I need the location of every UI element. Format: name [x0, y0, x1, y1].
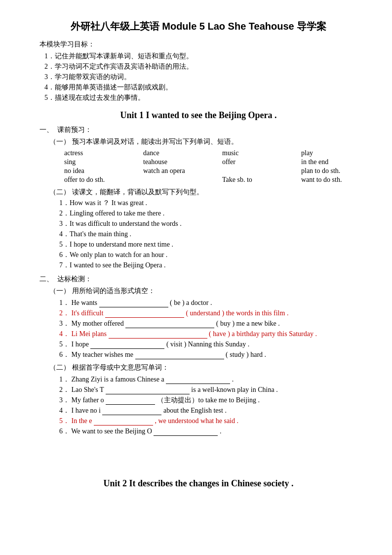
wf4-blank	[102, 407, 161, 415]
fill-3-pre: My mother offered	[72, 320, 126, 327]
vocab-noidea: no idea	[64, 167, 143, 175]
vocab-plansth: plan to do sth.	[301, 167, 380, 175]
wf5-pre: In the e	[72, 417, 92, 425]
sub2-label: （二）	[49, 188, 70, 196]
wf6-post: .	[220, 427, 222, 435]
sentence-5: I hope to understand more next time .	[59, 240, 357, 249]
page-title: 外研社八年级上英语 Module 5 Lao She Teahouse 导学案	[39, 20, 357, 33]
fill-6: My teacher wishes me ( study ) hard .	[59, 350, 357, 359]
page-container: 外研社八年级上英语 Module 5 Lao She Teahouse 导学案 …	[39, 20, 357, 489]
wf2-post: is a well-known play in China .	[191, 386, 277, 393]
section2-label: 二、	[39, 275, 57, 284]
word-fill-1: Zhang Ziyi is a famous Chinese a .	[59, 375, 357, 384]
section1-title: 课前预习：	[57, 126, 92, 134]
part1-section: （一） 用所给词的适当形式填空： He wants ( be ) a docto…	[39, 287, 357, 359]
vocab-teahouse: teahouse	[143, 158, 222, 166]
objectives-section: 本模块学习目标： 记住并能默写本课新单词、短语和重点句型。 学习动词不定式作宾语…	[39, 40, 357, 102]
sub1-label: （一）	[49, 138, 70, 145]
vocab-music: music	[222, 149, 301, 157]
sub1-section: （一） 预习本课单词及对话，能读出并写出下列单词、短语。 actress dan…	[39, 137, 357, 184]
vocab-grid: actress dance music play sing teahouse o…	[59, 149, 357, 184]
wf3-post: （主动提出）to take me to Beijing .	[157, 396, 260, 404]
fill-2: It's difficult ( understand ) the words …	[59, 309, 357, 318]
objectives-header: 本模块学习目标：	[39, 40, 357, 49]
wf4-post: about the English test .	[163, 407, 227, 414]
part1-content: 用所给词的适当形式填空：	[72, 287, 155, 295]
wf1-post: .	[232, 376, 234, 383]
objective-4: 能够用简单英语描述一部话剧或戏剧。	[44, 83, 357, 92]
wf6-blank	[154, 427, 218, 436]
fill-1-blank	[99, 299, 168, 307]
vocab-play: play	[301, 149, 380, 157]
fill-3-post: ( buy ) me a new bike .	[216, 320, 280, 327]
vocab-takesb: Take sb. to	[222, 176, 301, 184]
word-fill-4: I have no i about the English test .	[59, 406, 357, 415]
fill-blanks-list: He wants ( be ) a doctor . It's difficul…	[49, 299, 357, 359]
fill-2-post: ( understand ) the words in this film .	[186, 309, 288, 317]
fill-1-pre: He wants	[72, 299, 99, 306]
part1-label: （一）	[49, 287, 70, 295]
objectives-list: 记住并能默写本课新单词、短语和重点句型。 学习动词不定式作宾语及宾语补助语的用法…	[39, 52, 357, 102]
wf2-pre: Lao She's T	[72, 386, 104, 393]
wf2-blank	[106, 386, 190, 394]
vocab-intheend: in the end	[301, 158, 380, 166]
part2-section: （二） 根据首字母或中文意思写单词： Zhang Ziyi is a famou…	[39, 363, 357, 436]
fill-4: Li Mei plans ( have ) a birthday party t…	[59, 330, 357, 339]
section1-block: 一、 课前预习： （一） 预习本课单词及对话，能读出并写出下列单词、短语。 ac…	[39, 126, 357, 270]
fill-6-blank	[135, 351, 224, 359]
vocab-offersth: offer to do sth.	[64, 176, 143, 184]
wf1-blank	[166, 376, 230, 384]
objective-1: 记住并能默写本课新单词、短语和重点句型。	[44, 52, 357, 61]
wf5-post: , we understood what he said .	[155, 417, 238, 425]
section2-block: 二、 达标检测： （一） 用所给词的适当形式填空： He wants ( be …	[39, 275, 357, 436]
sentence-7: I wanted to see the Beijing Opera .	[59, 261, 357, 270]
sentence-1: How was it ？ It was great .	[59, 199, 357, 208]
part2-label: （二）	[49, 364, 70, 371]
wf1-pre: Zhang Ziyi is a famous Chinese a	[72, 376, 164, 383]
sentence-4: That's the main thing .	[59, 230, 357, 239]
sub1-content: 预习本课单词及对话，能读出并写出下列单词、短语。	[72, 138, 238, 145]
fill-1-post: ( be ) a doctor .	[170, 299, 212, 306]
fill-5-post: ( visit ) Nanning this Sunday .	[166, 341, 249, 348]
section1-label: 一、	[39, 126, 57, 134]
wf6-pre: We want to see the Beijing O	[71, 427, 152, 435]
unit2-title: Unit 2 It describes the changes in Chine…	[39, 478, 357, 489]
vocab-sing: sing	[64, 158, 143, 166]
fill-5-pre: I hope	[72, 341, 91, 348]
wf5-blank	[94, 417, 153, 426]
fill-5-blank	[90, 341, 164, 349]
sentence-6: We only plan to watch for an hour .	[59, 251, 357, 259]
sentence-3: It was difficult to understand the words…	[59, 219, 357, 228]
sentence-2: Lingling offered to take me there .	[59, 209, 357, 218]
wf4-pre: I have no i	[72, 407, 101, 414]
fill-4-pre: Li Mei plans	[72, 330, 109, 338]
sub2-content: 读课文，能翻译，背诵以及默写下列句型。	[72, 188, 203, 196]
word-fill-3: My father o （主动提出）to take me to Beijing …	[59, 396, 357, 405]
objective-2: 学习动词不定式作宾语及宾语补助语的用法。	[44, 62, 357, 71]
wf3-blank	[106, 396, 155, 405]
fill-3-blank	[125, 320, 214, 328]
fill-6-pre: My teacher wishes me	[72, 351, 135, 358]
wf3-pre: My father o	[72, 396, 104, 404]
sub2-section: （二） 读课文，能翻译，背诵以及默写下列句型。 How was it ？ It …	[39, 188, 357, 270]
part2-content: 根据首字母或中文意思写单词：	[72, 364, 169, 371]
word-fill-5: In the e , we understood what he said .	[59, 417, 357, 426]
vocab-watchopera: watch an opera	[143, 167, 222, 175]
vocab-empty1	[222, 167, 301, 175]
vocab-wantsth: want to do sth.	[301, 176, 380, 184]
word-fill-list: Zhang Ziyi is a famous Chinese a . Lao S…	[49, 375, 357, 436]
vocab-empty2	[143, 176, 222, 184]
fill-4-blank	[109, 330, 207, 339]
objective-3: 学习能带双宾语的动词。	[44, 73, 357, 82]
word-fill-6: We want to see the Beijing O .	[59, 427, 357, 436]
fill-4-post: ( have ) a birthday party this Saturday …	[209, 330, 317, 338]
fill-6-post: ( study ) hard .	[226, 351, 266, 358]
section2-title: 达标检测：	[57, 275, 92, 284]
fill-5: I hope ( visit ) Nanning this Sunday .	[59, 340, 357, 349]
unit1-title: Unit 1 I wanted to see the Beijing Opera…	[39, 110, 357, 121]
objective-5: 描述现在或过去发生的事情。	[44, 93, 357, 102]
vocab-actress: actress	[64, 149, 143, 157]
fill-2-pre: It's difficult	[72, 309, 105, 317]
fill-1: He wants ( be ) a doctor .	[59, 299, 357, 307]
vocab-offer: offer	[222, 158, 301, 166]
